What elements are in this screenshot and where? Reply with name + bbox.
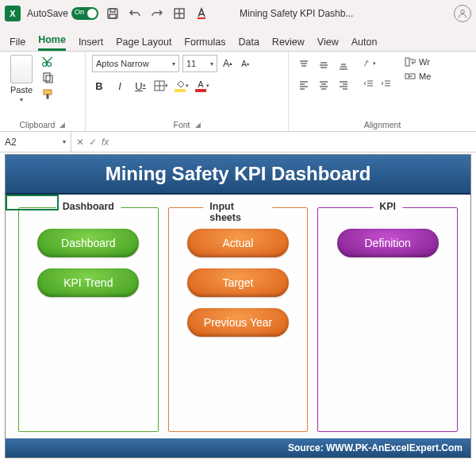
svg-point-9	[48, 63, 52, 67]
nav-button-kpi-trend[interactable]: KPI Trend	[37, 268, 139, 297]
dashboard-title: Mining Safety KPI Dashboard	[6, 155, 470, 195]
dialog-launcher-icon[interactable]: ◢	[60, 121, 65, 129]
panel-title: KPI	[373, 201, 402, 212]
font-name-select[interactable]: Aptos Narrow▾	[92, 55, 179, 72]
title-bar: X AutoSave On Mining Safety KPI Dashb...	[0, 0, 476, 27]
svg-point-8	[43, 63, 47, 67]
tab-page-layout[interactable]: Page Layout	[116, 37, 171, 51]
tab-file[interactable]: File	[10, 37, 25, 51]
paste-button[interactable]: Paste ▾	[6, 55, 36, 103]
chevron-down-icon: ▾	[210, 60, 213, 68]
align-right-icon[interactable]	[335, 76, 352, 94]
svg-line-11	[43, 57, 48, 63]
copy-icon[interactable]	[41, 72, 56, 83]
svg-rect-14	[44, 90, 52, 95]
svg-rect-2	[109, 14, 116, 18]
tab-automate[interactable]: Auton	[351, 37, 378, 51]
tab-home[interactable]: Home	[38, 34, 66, 51]
ribbon: Paste ▾ Clipboard◢ Aptos Narrow▾ 11▾ A▴ …	[0, 51, 476, 132]
fill-color-icon[interactable]: ▾	[175, 79, 189, 93]
italic-button[interactable]: I	[113, 79, 127, 93]
panel-title: Input sheets	[203, 201, 272, 223]
app-logo-icon: X	[5, 6, 21, 21]
font-group-label: Font	[173, 120, 190, 129]
dashboard-container: Mining Safety KPI Dashboard Dashboard Da…	[5, 154, 471, 458]
active-cell-indicator	[6, 195, 59, 210]
tab-formulas[interactable]: Formulas	[184, 37, 225, 51]
align-middle-icon[interactable]	[315, 56, 332, 74]
nav-button-definition[interactable]: Definition	[337, 229, 439, 257]
save-icon[interactable]	[105, 6, 121, 21]
enter-formula-icon[interactable]: ✓	[89, 137, 97, 148]
panel-kpi: KPI Definition	[317, 207, 458, 432]
formula-bar: A2▾ ✕ ✓ fx	[0, 132, 476, 152]
font-size-select[interactable]: 11▾	[182, 55, 217, 72]
tab-view[interactable]: View	[317, 37, 339, 51]
dialog-launcher-icon[interactable]: ◢	[195, 121, 201, 129]
increase-indent-icon[interactable]	[379, 77, 393, 91]
svg-rect-1	[110, 9, 115, 12]
nav-button-target[interactable]: Target	[187, 268, 289, 297]
orientation-icon[interactable]: ▾	[362, 56, 376, 71]
chevron-down-icon: ▾	[20, 96, 23, 103]
svg-rect-6	[198, 17, 205, 19]
tab-data[interactable]: Data	[238, 37, 259, 51]
decrease-indent-icon[interactable]	[362, 77, 376, 91]
svg-rect-15	[47, 95, 48, 98]
svg-rect-46	[405, 58, 409, 66]
nav-button-dashboard[interactable]: Dashboard	[37, 229, 139, 257]
user-account-icon[interactable]	[454, 5, 471, 22]
bold-button[interactable]: B	[92, 79, 106, 93]
group-font: Aptos Narrow▾ 11▾ A▴ A▾ B I U▾ ▾ ▾ A▾ Fo…	[86, 52, 289, 131]
align-bottom-icon[interactable]	[335, 56, 352, 74]
tab-insert[interactable]: Insert	[79, 37, 103, 51]
merge-center-button[interactable]: Me	[405, 71, 431, 82]
redo-icon[interactable]	[149, 6, 165, 21]
formula-input[interactable]	[113, 132, 476, 152]
worksheet-area[interactable]: Mining Safety KPI Dashboard Dashboard Da…	[0, 152, 476, 463]
align-left-icon[interactable]	[295, 76, 313, 94]
borders-button-icon[interactable]: ▾	[154, 79, 168, 93]
toggle-switch-icon[interactable]: On	[71, 7, 98, 20]
nav-button-actual[interactable]: Actual	[187, 229, 289, 257]
nav-button-previous-year[interactable]: Previous Year	[187, 308, 289, 337]
font-color-icon[interactable]: A▾	[195, 79, 209, 93]
alignment-group-label: Alignment	[364, 120, 401, 129]
clipboard-group-label: Clipboard	[20, 120, 56, 129]
panel-input-sheets: Input sheets Actual Target Previous Year	[168, 207, 309, 432]
group-alignment: ▾ Wr Me Alignment	[289, 52, 476, 131]
underline-button[interactable]: U▾	[133, 79, 148, 93]
svg-rect-12	[44, 73, 50, 81]
decrease-font-icon[interactable]: A▾	[238, 56, 252, 71]
svg-rect-13	[46, 75, 52, 83]
paste-label: Paste	[10, 85, 33, 95]
chevron-down-icon: ▾	[172, 60, 175, 68]
paste-icon	[10, 55, 33, 83]
name-box[interactable]: A2▾	[0, 132, 71, 152]
undo-icon[interactable]	[127, 6, 143, 21]
cancel-formula-icon[interactable]: ✕	[76, 137, 84, 148]
font-color-qat-icon[interactable]	[194, 6, 209, 21]
panel-dashboard: Dashboard Dashboard KPI Trend	[18, 207, 159, 432]
format-painter-icon[interactable]	[41, 88, 56, 99]
align-top-icon[interactable]	[295, 56, 313, 74]
fx-icon[interactable]: fx	[102, 137, 109, 148]
svg-point-7	[461, 10, 465, 14]
cut-icon[interactable]	[41, 56, 56, 68]
ribbon-tabs: File Home Insert Page Layout Formulas Da…	[0, 27, 476, 51]
tab-review[interactable]: Review	[272, 37, 305, 51]
panel-title: Dashboard	[56, 201, 121, 212]
group-clipboard: Paste ▾ Clipboard◢	[0, 52, 86, 131]
increase-font-icon[interactable]: A▴	[221, 56, 235, 71]
autosave-toggle[interactable]: AutoSave On	[27, 7, 98, 20]
align-center-icon[interactable]	[315, 76, 332, 94]
wrap-text-button[interactable]: Wr	[405, 56, 431, 68]
borders-icon[interactable]	[171, 6, 187, 21]
chevron-down-icon: ▾	[63, 138, 66, 145]
autosave-label: AutoSave	[27, 8, 68, 19]
document-title: Mining Safety KPI Dashb...	[240, 8, 447, 19]
dashboard-body: Dashboard Dashboard KPI Trend Input shee…	[6, 195, 470, 438]
dashboard-footer: Source: WWW.PK-AnExcelExpert.Com	[6, 438, 470, 457]
